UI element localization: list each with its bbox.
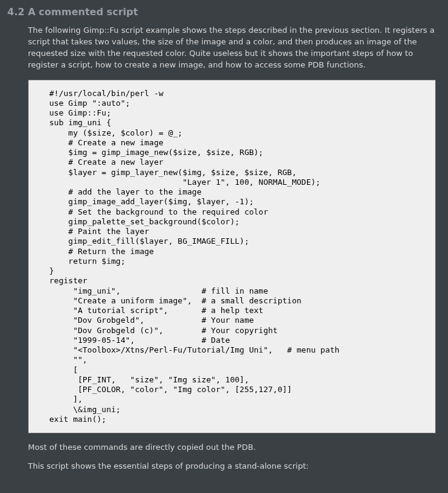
section-heading: 4.2 A commented script xyxy=(0,0,448,21)
code-block: #!/usr/local/bin/perl -w use Gimp ":auto… xyxy=(28,80,436,434)
paragraph-pdb-note: Most of these commands are directly copi… xyxy=(0,438,448,457)
intro-paragraph: The following Gimp::Fu script example sh… xyxy=(0,21,448,74)
paragraph-essential-steps: This script shows the essential steps of… xyxy=(0,457,448,476)
